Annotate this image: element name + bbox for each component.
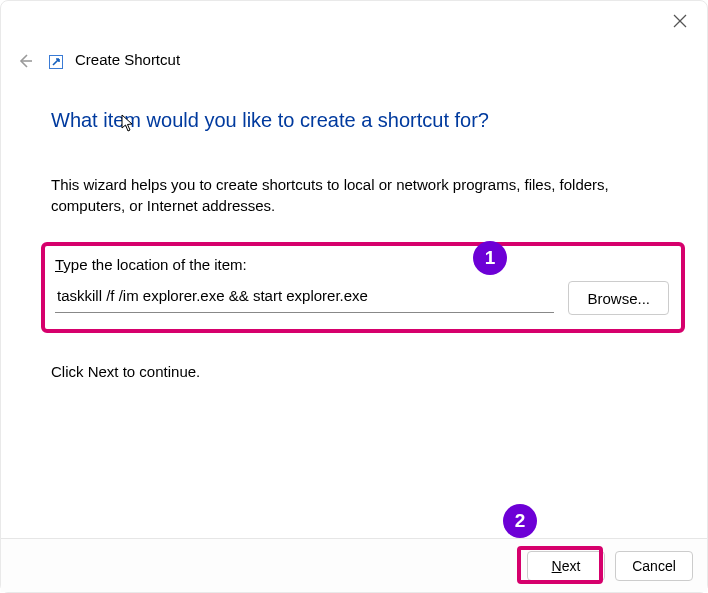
location-label: Type the location of the item: [55, 256, 669, 273]
close-icon [673, 14, 687, 31]
back-button[interactable] [14, 51, 36, 73]
page-heading: What item would you like to create a sho… [51, 109, 657, 132]
back-arrow-icon [16, 52, 34, 73]
dialog-footer: Next Cancel [1, 538, 707, 592]
browse-button[interactable]: Browse... [568, 281, 669, 315]
create-shortcut-dialog: Create Shortcut What item would you like… [0, 0, 708, 593]
dialog-content: What item would you like to create a sho… [51, 109, 657, 380]
location-section-highlight: Type the location of the item: Browse... [41, 242, 685, 333]
next-button[interactable]: Next [527, 551, 605, 581]
dialog-title: Create Shortcut [75, 51, 180, 68]
wizard-description: This wizard helps you to create shortcut… [51, 174, 611, 216]
annotation-callout-2: 2 [503, 504, 537, 538]
location-input[interactable] [55, 283, 554, 313]
close-button[interactable] [669, 11, 691, 33]
continue-instruction: Click Next to continue. [51, 363, 657, 380]
shortcut-icon [49, 55, 63, 69]
cancel-button[interactable]: Cancel [615, 551, 693, 581]
